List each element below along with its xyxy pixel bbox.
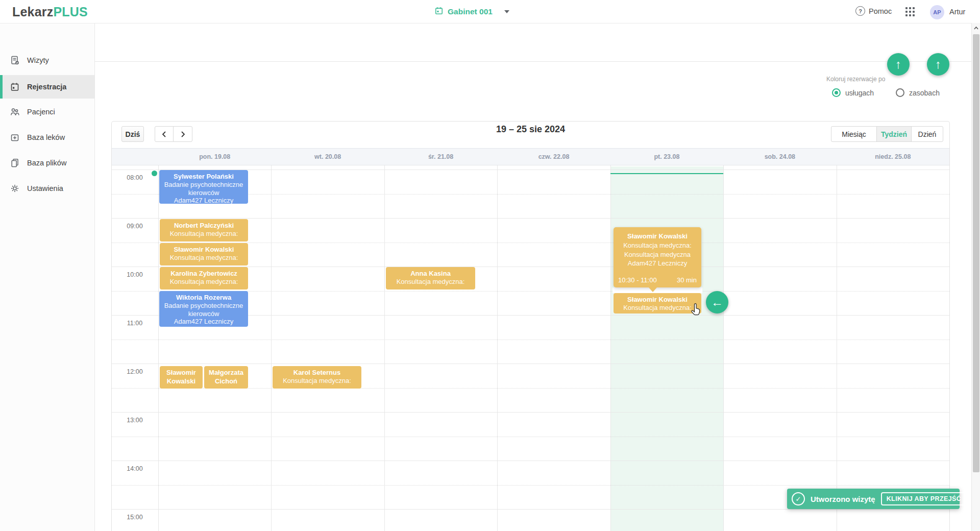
cabinet-calendar-icon bbox=[435, 7, 443, 17]
grid-column-line bbox=[384, 165, 385, 531]
selected-day-topline bbox=[610, 173, 723, 174]
registration-icon bbox=[10, 82, 20, 92]
calendar-event[interactable]: Karol SeternusKonsultacja medyczna: bbox=[273, 366, 361, 389]
calendar-event[interactable]: Anna KasinaKonsultacja medyczna: bbox=[386, 267, 475, 289]
hint-arrow-up-icon: ↑ bbox=[887, 53, 910, 76]
sidebar-item-baza-lekow[interactable]: Baza leków bbox=[0, 126, 94, 149]
time-label: 12:00 bbox=[111, 368, 158, 375]
sidebar-item-label: Pacjenci bbox=[27, 108, 55, 116]
event-patient-name: Sławomir Kowalski bbox=[162, 368, 201, 385]
sidebar-item-label: Ustawienia bbox=[27, 184, 63, 192]
grid-hour-line bbox=[112, 364, 949, 364]
status-dot bbox=[152, 171, 157, 176]
day-header-cell: niedz. 25.08 bbox=[837, 148, 949, 165]
calendar-event[interactable]: Norbert PalczyńskiKonsultacja medyczna: bbox=[160, 219, 248, 242]
cabinet-label: Gabinet 001 bbox=[448, 7, 493, 16]
selected-day-highlight bbox=[610, 166, 723, 531]
event-extra: Adam427 Leczniczy bbox=[161, 318, 246, 326]
event-patient-name: Anna Kasina bbox=[388, 269, 473, 278]
radio-selected-icon bbox=[832, 88, 841, 97]
cabinet-selector[interactable]: Gabinet 001 bbox=[435, 6, 509, 18]
sidebar-item-label: Baza plików bbox=[27, 159, 66, 167]
sidebar-item-rejestracja[interactable]: Rejestracja bbox=[0, 75, 94, 99]
time-label: 10:00 bbox=[111, 271, 158, 278]
calendar-event[interactable]: Sławomir Kowalski bbox=[160, 366, 203, 389]
toast-message: Utworzono wizytę bbox=[811, 495, 875, 503]
day-header-cell: czw. 22.08 bbox=[497, 148, 610, 165]
grid-halfhour-line bbox=[112, 485, 949, 486]
top-bar: LekarzPLUS Gabinet 001 ? Pomoc AP Artur bbox=[0, 0, 980, 23]
help-label: Pomoc bbox=[869, 7, 892, 15]
tooltip-tail bbox=[648, 287, 657, 292]
settings-icon bbox=[10, 183, 20, 194]
color-by-label: Koloruj rezerwacje po bbox=[826, 76, 885, 83]
files-icon bbox=[10, 158, 20, 168]
sidebar-item-baza-plikow[interactable]: Baza plików bbox=[0, 151, 94, 175]
event-service: Konsultacja medyczna: bbox=[162, 278, 246, 286]
view-day-button[interactable]: Dzień bbox=[911, 126, 943, 142]
medications-icon bbox=[10, 132, 20, 142]
check-circle-icon: ✓ bbox=[792, 492, 805, 505]
grid-halfhour-line bbox=[112, 437, 949, 437]
sidebar-item-wizyty[interactable]: Wizyty bbox=[0, 49, 94, 72]
calendar-event[interactable]: Karolina ZybertowiczKonsultacja medyczna… bbox=[160, 267, 248, 289]
event-service: Konsultacja medyczna: bbox=[616, 304, 699, 312]
tooltip-line: Adam427 Leczniczy bbox=[614, 259, 701, 268]
radio-zasobach[interactable]: zasobach bbox=[896, 88, 940, 97]
event-service: Badanie psychotechniczne kierowców bbox=[161, 302, 246, 318]
toast-action-button[interactable]: KLIKNIJ ABY PRZEJŚĆ bbox=[881, 492, 967, 505]
scrollbar-track[interactable] bbox=[971, 23, 980, 531]
date-range-title: 19 – 25 sie 2024 bbox=[111, 124, 950, 135]
view-month-button[interactable]: Miesiąc bbox=[831, 126, 877, 142]
apps-grid-icon[interactable] bbox=[905, 7, 915, 16]
event-patient-name: Sławomir Kowalski bbox=[616, 295, 699, 304]
scrollbar-thumb[interactable] bbox=[973, 34, 979, 472]
sidebar-item-label: Rejestracja bbox=[27, 83, 66, 91]
grid-halfhour-line bbox=[112, 340, 949, 340]
user-name[interactable]: Artur bbox=[949, 8, 965, 16]
calendar-event[interactable]: Wiktoria RozerwaBadanie psychotechniczne… bbox=[159, 291, 248, 327]
time-label: 14:00 bbox=[111, 465, 158, 472]
sidebar-item-ustawienia[interactable]: Ustawienia bbox=[0, 177, 94, 200]
sidebar-item-label: Wizyty bbox=[27, 56, 49, 64]
radio-unselected-icon bbox=[896, 88, 904, 97]
event-patient-name: Norbert Palczyński bbox=[162, 221, 246, 230]
grid-column-line bbox=[158, 165, 159, 531]
chevron-up-icon bbox=[974, 27, 978, 30]
visits-icon bbox=[10, 55, 20, 65]
event-patient-name: Karolina Zybertowicz bbox=[162, 269, 246, 278]
radio-uslugach[interactable]: usługach bbox=[832, 88, 874, 97]
sidebar-item-pacjenci[interactable]: Pacjenci bbox=[0, 100, 94, 124]
tooltip-line: Konsultacja medyczna bbox=[614, 250, 701, 259]
tooltip-duration: 30 min bbox=[677, 276, 697, 284]
calendar-event[interactable]: Sylwester PolańskiBadanie psychotechnicz… bbox=[159, 170, 248, 204]
time-label: 08:00 bbox=[111, 174, 158, 181]
grid-column-line bbox=[497, 165, 498, 531]
app-window: LekarzPLUS Gabinet 001 ? Pomoc AP Artur … bbox=[0, 0, 980, 531]
calendar-event[interactable]: Sławomir KowalskiKonsultacja medyczna: bbox=[160, 243, 248, 266]
event-service: Konsultacja medyczna: bbox=[388, 278, 473, 286]
calendar-event[interactable]: Sławomir KowalskiKonsultacja medyczna: bbox=[614, 293, 701, 313]
scrollbar-up-button[interactable] bbox=[972, 23, 980, 33]
help-icon: ? bbox=[855, 6, 865, 16]
view-week-button[interactable]: Tydzień bbox=[876, 126, 912, 142]
chevron-down-icon bbox=[504, 10, 509, 13]
time-label: 13:00 bbox=[111, 417, 158, 424]
hint-arrow-left-icon: ← bbox=[706, 291, 728, 313]
app-logo: LekarzPLUS bbox=[12, 5, 88, 19]
help-button[interactable]: ? Pomoc bbox=[855, 6, 892, 16]
event-service: Konsultacja medyczna: bbox=[162, 254, 246, 262]
mouse-cursor-pointer-icon bbox=[690, 303, 702, 319]
calendar-event[interactable]: Małgorzata Cichoń bbox=[204, 366, 248, 389]
event-patient-name: Karol Seternus bbox=[275, 368, 359, 377]
day-header-cell: pon. 19.08 bbox=[158, 148, 271, 165]
grid-hour-line bbox=[112, 461, 949, 461]
grid-column-line bbox=[610, 165, 611, 531]
sidebar-item-label: Baza leków bbox=[27, 133, 65, 141]
event-patient-name: Małgorzata Cichoń bbox=[206, 368, 246, 385]
grid-column-line bbox=[271, 165, 272, 531]
avatar[interactable]: AP bbox=[930, 5, 944, 19]
time-label: 09:00 bbox=[111, 223, 158, 230]
event-tooltip: Sławomir Kowalski Konsultacja medyczna: … bbox=[614, 227, 701, 287]
grid-hour-line bbox=[112, 412, 949, 413]
